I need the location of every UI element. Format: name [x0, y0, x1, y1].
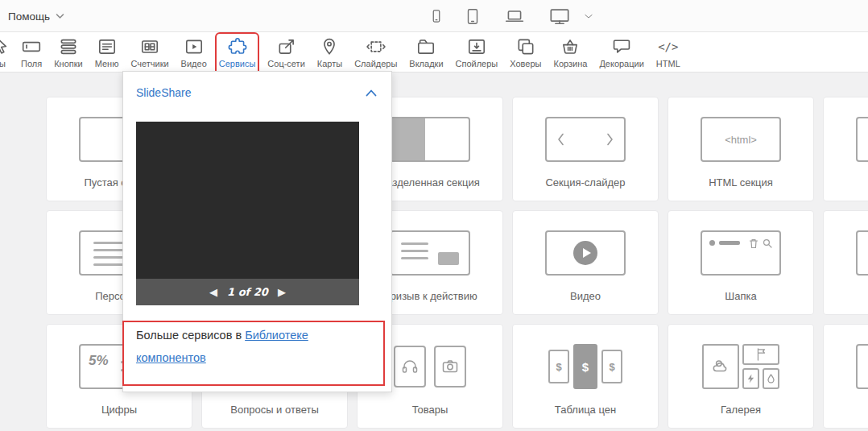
chevron-left-icon [557, 133, 564, 146]
laptop-icon[interactable] [502, 6, 527, 27]
button-shape [438, 252, 459, 265]
more-services-prefix: Больше сервисов в [136, 329, 245, 342]
card-html-section[interactable]: <html> HTML секция [668, 97, 814, 201]
card-partial-1[interactable] [823, 97, 868, 201]
toolbar-item-services[interactable]: Сервисы [219, 36, 256, 72]
code-icon: </> [658, 36, 678, 57]
drop-icon [767, 373, 775, 384]
layers-icon [515, 36, 536, 57]
search-icon [763, 238, 772, 248]
toolbar-item-video[interactable]: Видео [181, 36, 207, 72]
map-pin-icon [319, 36, 340, 57]
logo-dot [709, 240, 715, 246]
video-icon [184, 36, 205, 57]
price-column: $ [548, 350, 569, 383]
html-section-icon: <html> [701, 117, 781, 162]
trash-icon [749, 238, 758, 249]
app-window: Помощь ы Поля Кнопки Меню [0, 0, 868, 431]
basket-icon [560, 36, 581, 57]
help-menu[interactable]: Помощь [8, 0, 64, 32]
drop-tile [763, 368, 779, 389]
spoiler-icon [466, 36, 487, 57]
toolbar-item-buttons[interactable]: Кнопки [54, 36, 83, 72]
split-section-icon [390, 117, 470, 162]
toolbar-item-html[interactable]: </> HTML [656, 36, 680, 72]
popup-title: SlideShare [136, 86, 192, 99]
card-partial-2[interactable] [823, 210, 868, 315]
share-icon [276, 36, 297, 57]
toolbar-item-decorations[interactable]: Декорации [599, 36, 643, 72]
toolbar-item-social[interactable]: Соц-сети [267, 36, 304, 72]
card-video[interactable]: Видео [512, 210, 659, 315]
section-icon [856, 117, 868, 162]
card-header[interactable]: Шапка [668, 210, 814, 315]
puzzle-icon [227, 36, 248, 57]
toolbar-item-spoilers[interactable]: Спойлеры [456, 36, 498, 72]
speech-bubble-icon [611, 36, 632, 57]
chevron-down-icon[interactable] [583, 10, 594, 22]
price-column: $ [601, 350, 622, 383]
call-to-action-icon [390, 230, 470, 276]
toolbar-item-hovers[interactable]: Ховеры [510, 36, 541, 72]
slideshare-popup: SlideShare ◀ 1 of 20 ▶ Больше сервисов в… [122, 71, 392, 392]
lightning-tile [742, 368, 759, 389]
phone-icon[interactable] [428, 6, 444, 27]
price-table-icon: $ $ $ [545, 344, 626, 389]
list-icon [856, 230, 868, 276]
product-box [434, 346, 466, 387]
slideshare-preview: ◀ 1 of 20 ▶ [136, 122, 359, 305]
device-switcher [428, 0, 594, 32]
chevron-up-icon[interactable] [366, 89, 377, 97]
header-widget-icon [701, 230, 781, 276]
play-icon [573, 241, 597, 265]
counter-icon [139, 36, 160, 57]
section-icon [856, 344, 868, 389]
camera-icon [440, 357, 460, 376]
product-box [394, 346, 426, 387]
menu-bar-shape [719, 241, 740, 245]
toolbar-item-fields[interactable]: Поля [21, 36, 42, 72]
next-slide-button[interactable]: ▶ [278, 287, 286, 297]
more-services-text: Больше сервисов в Библиотеке компонентов [136, 324, 368, 369]
card-gallery[interactable]: Галерея [668, 324, 814, 429]
toolbar-item-partial[interactable]: ы [0, 36, 13, 68]
toolbar-item-tabs[interactable]: Вкладки [409, 36, 443, 72]
slide-counter: 1 of 20 [227, 286, 268, 298]
tab-icon [415, 36, 436, 57]
widget-categories-toolbar: ы Поля Кнопки Меню Счетчики Видео Сервис… [0, 32, 868, 73]
help-label: Помощь [8, 10, 50, 23]
toolbar-item-sliders[interactable]: Слайдеры [354, 36, 397, 72]
headphones-icon [400, 357, 420, 376]
popup-header[interactable]: SlideShare [123, 72, 391, 99]
input-field-icon [21, 36, 42, 57]
goods-icon [390, 344, 470, 389]
toolbar-item-counters[interactable]: Счетчики [130, 36, 168, 72]
slider-section-icon [545, 117, 626, 162]
chevron-right-icon [606, 133, 614, 146]
chevron-down-icon [56, 13, 64, 19]
flag-icon [754, 347, 767, 362]
weather-tile [702, 344, 739, 389]
card-price-table[interactable]: $ $ $ Таблица цен [512, 324, 659, 429]
lightning-icon [746, 373, 755, 384]
card-partial-3[interactable] [823, 324, 868, 429]
tablet-icon[interactable] [464, 6, 482, 27]
topbar: Помощь [0, 0, 868, 32]
pointer-icon [0, 36, 13, 57]
toolbar-item-cart[interactable]: Корзина [553, 36, 587, 72]
gallery-icon [701, 344, 781, 389]
toolbar-item-menu[interactable]: Меню [95, 36, 119, 72]
prev-slide-button[interactable]: ◀ [209, 287, 217, 297]
sun-cloud-icon [710, 356, 731, 377]
menu-icon [97, 36, 118, 57]
slide-pager: ◀ 1 of 20 ▶ [136, 279, 359, 305]
slider-icon [366, 36, 386, 57]
desktop-icon[interactable] [546, 6, 573, 27]
toolbar-item-maps[interactable]: Карты [317, 36, 342, 72]
card-slider-section[interactable]: Секция-слайдер [512, 97, 659, 201]
flag-tile [742, 344, 779, 365]
price-column-featured: $ [573, 344, 597, 389]
buttons-icon [58, 36, 79, 57]
video-widget-icon [545, 230, 626, 276]
